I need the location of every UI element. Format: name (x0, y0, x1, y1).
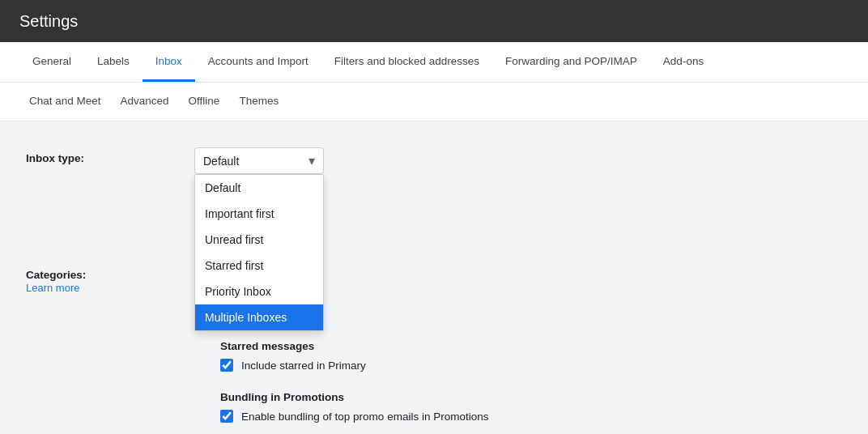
tab-accounts-and-import[interactable]: Accounts and Import (195, 43, 321, 82)
header: Settings (0, 0, 868, 42)
checkbox-row-bundling: Enable bundling of top promo emails in P… (220, 410, 868, 423)
tab-chat-and-meet[interactable]: Chat and Meet (19, 83, 111, 121)
bundling-section: Bundling in Promotions Enable bundling o… (220, 391, 868, 423)
checkbox-starred[interactable] (220, 359, 233, 372)
tab-inbox[interactable]: Inbox (143, 43, 195, 82)
categories-label: Categories: (26, 269, 220, 281)
dropdown-option-unread-first[interactable]: Unread first (195, 227, 323, 253)
inbox-type-dropdown: Default Important first Unread first Sta… (194, 174, 324, 331)
tab-labels[interactable]: Labels (84, 43, 143, 82)
dropdown-option-important-first[interactable]: Important first (195, 201, 323, 227)
checkbox-row-starred: Include starred in Primary (220, 359, 868, 372)
second-navigation: Chat and Meet Advanced Offline Themes (0, 83, 868, 121)
dropdown-option-priority-inbox[interactable]: Priority Inbox (195, 279, 323, 304)
categories-label-col: Categories: Learn more (0, 266, 220, 434)
checkbox-starred-label: Include starred in Primary (241, 360, 366, 372)
dropdown-option-multiple-inboxes[interactable]: Multiple Inboxes (195, 304, 323, 330)
starred-messages-title: Starred messages (220, 340, 868, 352)
tab-offline[interactable]: Offline (179, 83, 230, 121)
dropdown-option-starred-first[interactable]: Starred first (195, 253, 323, 279)
categories-section: Categories: Learn more Social Promotions… (0, 128, 868, 434)
bundling-title: Bundling in Promotions (220, 391, 868, 403)
tab-forwarding[interactable]: Forwarding and POP/IMAP (492, 43, 650, 82)
starred-messages-section: Starred messages Include starred in Prim… (220, 340, 868, 372)
page-title: Settings (19, 12, 78, 31)
tab-general[interactable]: General (19, 43, 84, 82)
learn-more-link[interactable]: Learn more (26, 282, 79, 294)
checkbox-bundling[interactable] (220, 410, 233, 423)
tab-add-ons[interactable]: Add-ons (650, 43, 717, 82)
tab-filters-and-blocked[interactable]: Filters and blocked addresses (321, 43, 492, 82)
tab-themes[interactable]: Themes (229, 83, 288, 121)
dropdown-option-default[interactable]: Default (195, 175, 323, 201)
top-navigation: General Labels Inbox Accounts and Import… (0, 42, 868, 83)
checkbox-bundling-label: Enable bundling of top promo emails in P… (241, 411, 488, 423)
tab-advanced[interactable]: Advanced (111, 83, 179, 121)
